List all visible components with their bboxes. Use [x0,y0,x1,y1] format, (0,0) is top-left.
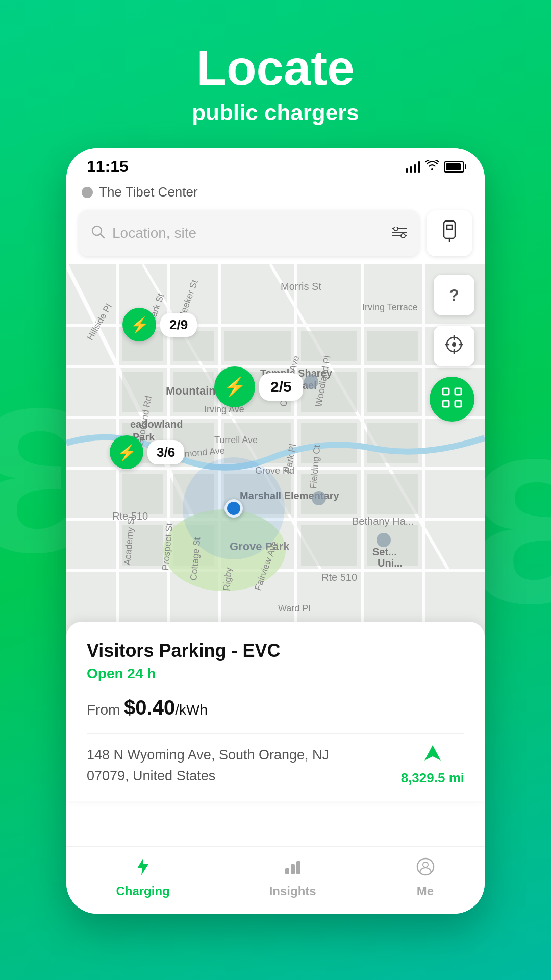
svg-rect-48 [367,474,418,514]
insights-nav-label: Insights [269,884,316,898]
location-dot-icon [82,187,93,198]
charger-type-button[interactable] [427,210,472,256]
address-line1: 148 N Wyoming Ave, South Orange, NJ [87,747,329,763]
price-from-label: From [87,702,124,718]
svg-point-106 [423,862,428,867]
location-title: Visitors Parking - EVC [87,640,464,662]
svg-text:Uni...: Uni... [378,557,403,569]
phone-frame: 11:15 The Tibet Center [66,148,485,914]
svg-text:Set...: Set... [372,546,397,557]
pin-circle-1: ⚡ [122,308,156,341]
battery-icon [444,161,464,173]
distance-value: 8,329.5 mi [401,770,464,786]
price-row: From $0.40/kWh [87,696,464,719]
svg-text:Rte 510: Rte 510 [321,572,357,583]
nav-item-me[interactable]: Me [416,857,435,898]
open-status: Open 24 h [87,666,464,682]
pin-label-3: 3/6 [147,440,184,464]
address-text: 148 N Wyoming Ave, South Orange, NJ 0707… [87,745,329,786]
svg-rect-31 [224,331,291,361]
status-bar: 11:15 [66,148,485,181]
pin-bolt-icon-1: ⚡ [130,316,149,334]
locate-button[interactable] [434,326,474,366]
page-subtitle: public chargers [0,100,551,126]
pin-bolt-icon-2: ⚡ [223,376,246,398]
svg-marker-100 [424,745,441,761]
svg-rect-97 [455,388,461,395]
nav-item-charging[interactable]: Charging [116,857,169,898]
location-bar: The Tibet Center [66,181,485,206]
pin-label-1: 2/9 [160,313,197,337]
svg-point-5 [394,227,398,231]
svg-point-89 [377,533,391,547]
svg-point-87 [304,375,318,389]
svg-rect-44 [122,474,163,514]
me-nav-icon [416,857,435,881]
help-icon: ? [449,286,459,305]
bottom-nav: Charging Insights Me [66,846,485,914]
svg-text:Ward Pl: Ward Pl [278,603,310,614]
charger-pin-1[interactable]: ⚡ 2/9 [122,308,197,341]
svg-text:Turrell Ave: Turrell Ave [214,435,258,445]
pin-circle-2: ⚡ [214,366,255,407]
pin-bolt-icon-3: ⚡ [117,444,136,461]
info-card: Visitors Parking - EVC Open 24 h From $0… [66,622,485,801]
price-value: $0.40 [124,696,175,719]
svg-rect-37 [367,331,418,361]
divider [87,733,464,734]
location-name: The Tibet Center [99,184,198,200]
status-icons [406,160,464,174]
pin-label-2: 2/5 [259,373,303,401]
svg-rect-98 [443,401,449,407]
distance-wrap[interactable]: 8,329.5 mi [401,744,464,786]
svg-rect-38 [367,372,418,412]
svg-marker-101 [137,858,148,875]
nav-item-insights[interactable]: Insights [269,857,316,898]
wifi-icon [425,160,439,174]
signal-bars-icon [406,161,420,173]
search-box[interactable]: Location, site [79,210,419,256]
svg-rect-102 [285,868,289,874]
search-icon [91,225,105,242]
svg-text:Rte 510: Rte 510 [112,510,148,522]
status-time: 11:15 [87,157,129,176]
svg-line-1 [101,234,104,238]
charger-btn-icon [440,220,459,247]
svg-rect-99 [455,401,461,407]
svg-text:Rigby: Rigby [221,567,234,592]
map-area[interactable]: Morris St Irving Terrace Hillside Pl Cla… [66,264,485,637]
svg-point-91 [452,342,456,347]
address-line2: 07079, United States [87,768,215,783]
page-title: Locate [0,41,551,95]
help-button[interactable]: ? [434,275,474,315]
pin-circle-3: ⚡ [110,435,143,469]
address-row: 148 N Wyoming Ave, South Orange, NJ 0707… [87,744,464,786]
charging-nav-icon [133,857,153,881]
scan-icon [441,386,463,412]
header-section: Locate public chargers [0,0,551,141]
svg-rect-104 [296,861,300,874]
svg-rect-96 [443,388,449,395]
svg-text:Bethany Ha...: Bethany Ha... [352,516,414,527]
svg-rect-43 [367,423,418,463]
charger-pin-3[interactable]: ⚡ 3/6 [110,435,184,469]
svg-text:Morris St: Morris St [281,281,321,292]
me-nav-label: Me [417,884,434,898]
price-unit: /kWh [175,702,208,718]
svg-text:Irving Terrace: Irving Terrace [362,302,418,312]
navigate-icon [423,744,442,767]
charging-nav-label: Charging [116,884,169,898]
scan-button[interactable] [430,377,474,422]
charger-pin-2[interactable]: ⚡ 2/5 [214,366,303,407]
search-input[interactable]: Location, site [112,225,385,241]
svg-point-6 [401,234,405,238]
svg-rect-51 [301,525,357,566]
filter-icon[interactable] [392,226,407,241]
search-area: Location, site [66,206,485,264]
insights-nav-icon [283,857,303,881]
user-location-dot [224,499,243,518]
svg-text:eadowland: eadowland [130,419,183,430]
locate-icon [445,335,463,357]
svg-point-88 [312,491,326,505]
svg-rect-103 [291,864,295,874]
